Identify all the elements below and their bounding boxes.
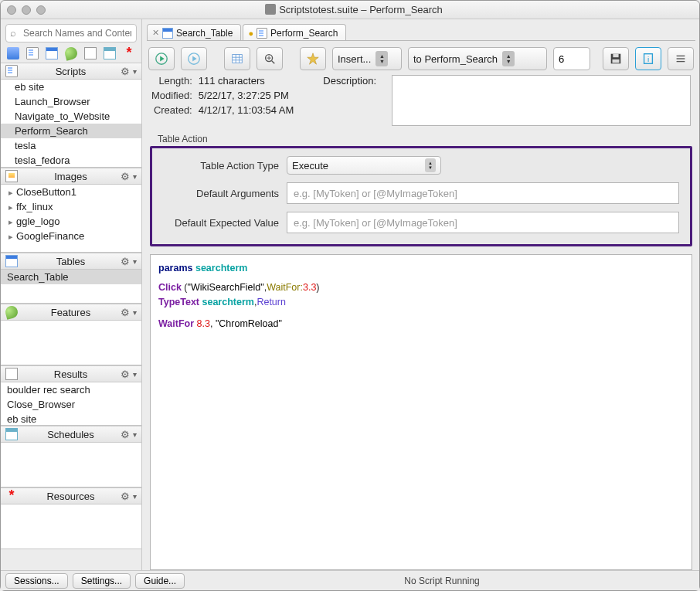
show-table-button[interactable] (224, 47, 250, 70)
feature-icon (4, 304, 19, 320)
table-filter-icon[interactable] (46, 47, 58, 59)
resources-list (1, 504, 141, 549)
chevron-down-icon[interactable]: ▾ (133, 257, 137, 266)
run-button[interactable] (148, 47, 175, 70)
schedules-section-header[interactable]: Schedules ⚙▾ (1, 426, 141, 443)
svg-rect-4 (233, 55, 243, 63)
tab-perform-search[interactable]: ● Perform_Search (243, 24, 346, 41)
script-item[interactable]: Launch_Browser (1, 94, 141, 109)
tab-label: Perform_Search (270, 28, 338, 39)
outline-button[interactable] (668, 47, 694, 70)
chevron-down-icon[interactable]: ▾ (133, 308, 137, 317)
suite-filter-icon[interactable] (7, 47, 19, 59)
result-item[interactable]: eb site (1, 412, 141, 426)
created-value: 4/12/17, 11:03:54 AM (199, 104, 294, 116)
tab-search-table[interactable]: ✕ Search_Table (147, 24, 241, 41)
capture-button[interactable] (300, 47, 326, 70)
scripts-section-header[interactable]: Scripts ⚙▾ (1, 63, 141, 80)
save-button[interactable] (603, 47, 629, 70)
settings-button[interactable]: Settings... (73, 573, 131, 589)
tables-section-header[interactable]: Tables ⚙▾ (1, 253, 141, 270)
chevron-down-icon[interactable]: ▾ (133, 492, 137, 501)
result-item[interactable]: Close_Browser (1, 397, 141, 412)
image-item[interactable]: GoogleFinance (1, 229, 141, 243)
zoom-button[interactable] (257, 47, 283, 70)
script-filter-icon[interactable] (26, 47, 39, 59)
updown-icon: ▲▼ (375, 51, 388, 66)
features-section-header[interactable]: Features ⚙▾ (1, 304, 141, 321)
app-window: Scriptstotest.suite – Perform_Search ⌕ * (0, 0, 700, 591)
close-icon[interactable]: ✕ (152, 28, 159, 38)
script-item[interactable]: Navigate_to_Website (1, 109, 141, 124)
images-section-header[interactable]: Images ⚙▾ (1, 168, 141, 185)
target-dropdown[interactable]: to Perform_Search ▲▼ (408, 47, 547, 70)
gear-icon[interactable]: ⚙ (121, 429, 131, 440)
modified-value: 5/22/17, 3:27:25 PM (199, 90, 294, 101)
images-list: CloseButton1 ffx_linux ggle_logo GoogleF… (1, 185, 141, 253)
select-value: Execute (292, 160, 328, 172)
window-title: Scriptstotest.suite – Perform_Search (15, 4, 693, 15)
dropdown-label: to Perform_Search (413, 53, 498, 65)
gear-icon[interactable]: ⚙ (121, 369, 131, 379)
chevron-down-icon[interactable]: ▾ (133, 430, 137, 439)
run-selection-button[interactable] (181, 47, 207, 70)
gear-icon[interactable]: ⚙ (121, 307, 131, 318)
resource-filter-icon[interactable]: * (123, 47, 135, 59)
line-number-input[interactable] (553, 47, 590, 70)
result-filter-icon[interactable] (84, 47, 97, 59)
gear-icon[interactable]: ⚙ (121, 491, 131, 501)
result-item[interactable]: boulder rec search (1, 382, 141, 397)
sidebar: ⌕ * Scripts ⚙▾ eb site (1, 19, 142, 570)
description-textarea[interactable] (392, 75, 691, 126)
info-button[interactable]: i (635, 47, 661, 70)
search-icon: ⌕ (10, 27, 16, 39)
chevron-down-icon[interactable]: ▾ (133, 67, 137, 76)
guide-button[interactable]: Guide... (135, 573, 185, 589)
gear-icon[interactable]: ⚙ (121, 171, 131, 182)
suite-icon (265, 4, 276, 15)
description-label: Description: (323, 75, 376, 87)
action-type-label: Table Action Type (163, 160, 287, 172)
gear-icon[interactable]: ⚙ (121, 256, 131, 267)
image-item[interactable]: ggle_logo (1, 214, 141, 229)
svg-marker-3 (192, 56, 196, 61)
sessions-button[interactable]: Sessions... (5, 573, 68, 589)
script-item[interactable]: tesla_fedora (1, 153, 141, 168)
section-title: Resources (21, 491, 121, 502)
main-panel: ✕ Search_Table ● Perform_Search (142, 19, 699, 570)
image-icon (5, 170, 18, 182)
script-item[interactable]: tesla (1, 138, 141, 153)
search-input[interactable] (5, 24, 137, 42)
results-section-header[interactable]: Results ⚙▾ (1, 365, 141, 382)
tab-label: Search_Table (176, 28, 233, 39)
section-title: Scripts (21, 66, 121, 77)
script-item[interactable]: eb site (1, 80, 141, 94)
created-label: Created: (151, 104, 192, 116)
resources-section-header[interactable]: * Resources ⚙▾ (1, 487, 141, 504)
updown-icon: ▲▼ (502, 51, 515, 66)
svg-rect-16 (613, 59, 620, 63)
section-title: Results (21, 369, 121, 380)
schedule-filter-icon[interactable] (104, 47, 116, 59)
default-args-input[interactable] (287, 182, 679, 204)
script-icon (5, 65, 18, 77)
feature-filter-icon[interactable] (63, 46, 79, 61)
default-expected-input[interactable] (287, 212, 679, 233)
chevron-down-icon[interactable]: ▾ (133, 172, 137, 181)
insert-dropdown[interactable]: Insert... ▲▼ (332, 47, 402, 70)
table-item[interactable]: Search_Table (1, 270, 141, 284)
schedule-icon (5, 428, 18, 440)
chevron-down-icon[interactable]: ▾ (133, 370, 137, 379)
action-type-select[interactable]: Execute ▲▼ (287, 156, 441, 175)
script-item[interactable]: Perform_Search (1, 124, 141, 138)
gear-icon[interactable]: ⚙ (121, 66, 131, 76)
table-icon (162, 28, 173, 39)
modified-icon: ● (248, 29, 253, 38)
default-args-label: Default Arguments (163, 188, 287, 199)
image-item[interactable]: ffx_linux (1, 199, 141, 214)
svg-text:i: i (647, 55, 649, 63)
script-editor[interactable]: params searchterm Click ("WikiSearchFiel… (150, 254, 692, 570)
image-item[interactable]: CloseButton1 (1, 185, 141, 199)
tables-list: Search_Table (1, 270, 141, 304)
svg-marker-1 (160, 56, 164, 61)
